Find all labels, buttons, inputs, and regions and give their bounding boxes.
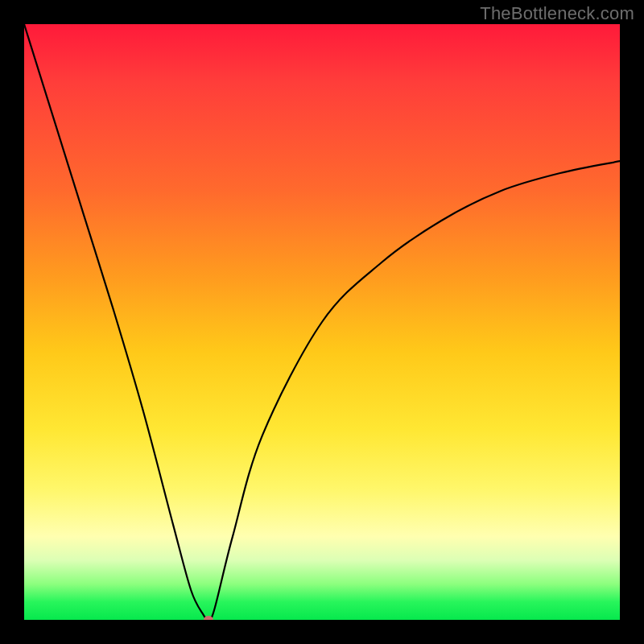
bottleneck-curve bbox=[24, 24, 620, 620]
chart-frame: TheBottleneck.com bbox=[0, 0, 644, 644]
watermark-text: TheBottleneck.com bbox=[480, 3, 634, 24]
optimal-point-marker bbox=[204, 616, 213, 620]
plot-area bbox=[24, 24, 620, 620]
